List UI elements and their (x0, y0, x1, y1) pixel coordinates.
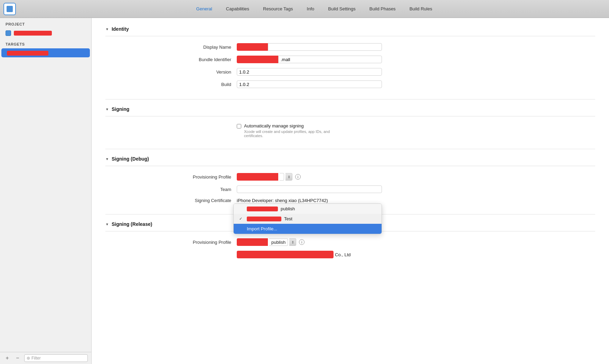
signing-cert-debug-row: Signing Certificate iPhone Developer: sh… (105, 198, 595, 203)
publish-redacted (247, 207, 278, 211)
test-redacted (247, 217, 281, 221)
team-debug-label: Team (105, 187, 237, 192)
auto-sign-label: Automatically manage signing (244, 123, 330, 128)
prov-release-field: publish ⇕ i (237, 238, 304, 246)
prov-debug-redacted (237, 173, 278, 181)
signing-section-header: ▼ Signing (105, 106, 595, 116)
bundle-id-redacted (237, 56, 278, 63)
import-label: Import Profile... (247, 226, 277, 231)
provisioning-profile-debug-label: Provisioning Profile (105, 174, 237, 180)
tab-build-settings[interactable]: Build Settings (321, 4, 363, 13)
provisioning-profile-release-label: Provisioning Profile (105, 240, 237, 245)
build-input[interactable]: 1.0.2 (237, 80, 382, 88)
targets-section-header: TARGETS (0, 38, 91, 48)
tabs: General Capabilities Resource Tags Info … (23, 4, 606, 13)
display-name-input[interactable] (268, 43, 382, 51)
team-release-row: Co., Ltd (105, 251, 595, 258)
team-debug-input[interactable] (237, 185, 382, 193)
auto-sign-sub: Xcode will create and update profiles, a… (244, 130, 330, 138)
content-area: ▼ Identity Display Name Bundle Identifie… (92, 18, 609, 364)
auto-sign-checkbox[interactable] (237, 124, 241, 128)
project-name-redacted (14, 31, 52, 36)
signing-release-section-title: Signing (Release) (112, 221, 152, 227)
prov-release-text[interactable]: publish (269, 238, 288, 246)
prov-debug-text[interactable] (280, 173, 284, 181)
filter-icon: ⊛ (27, 356, 30, 361)
test-check: ✓ (239, 217, 244, 221)
tab-capabilities[interactable]: Capabilities (219, 4, 256, 13)
target-item[interactable] (1, 48, 90, 57)
signing-section: ▼ Signing Automatically manage signing X… (105, 106, 595, 138)
identity-section-header: ▼ Identity (105, 26, 595, 36)
sidebar-bottom: + − ⊛ Filter (0, 352, 91, 364)
signing-cert-debug-label: Signing Certificate (105, 198, 237, 203)
test-label: Test (284, 216, 292, 221)
main-layout: PROJECT TARGETS + − ⊛ Filter ▼ Identity (0, 18, 609, 364)
sidebar: PROJECT TARGETS + − ⊛ Filter (0, 18, 92, 364)
version-input[interactable]: 1.0.2 (237, 68, 382, 76)
tab-build-phases[interactable]: Build Phases (363, 4, 403, 13)
co-ltd-label: Co., Ltd (335, 252, 351, 257)
tab-resource-tags[interactable]: Resource Tags (256, 4, 300, 13)
provisioning-field: ⇕ i (237, 173, 301, 181)
auto-sign-row: Automatically manage signing Xcode will … (237, 123, 595, 138)
prov-debug-info-icon[interactable]: i (295, 174, 301, 180)
version-row: Version 1.0.2 (105, 68, 595, 76)
info-char: i (298, 175, 298, 179)
dropdown-item-publish[interactable]: publish (234, 204, 382, 214)
build-row: Build 1.0.2 (105, 80, 595, 88)
prov-release-dropdown-btn[interactable]: ⇕ (289, 238, 296, 246)
bundle-identifier-input[interactable] (278, 56, 382, 63)
project-icon (6, 30, 11, 36)
info-char-2: i (301, 240, 302, 244)
tab-build-rules[interactable]: Build Rules (403, 4, 439, 13)
team-debug-row: Team (105, 185, 595, 193)
provisioning-profile-release-row: Provisioning Profile publish ⇕ i (105, 238, 595, 246)
dropdown-item-import[interactable]: Import Profile... (234, 224, 382, 234)
signing-debug-section-header: ▼ Signing (Debug) (105, 156, 595, 166)
display-name-row: Display Name (105, 43, 595, 51)
identity-section-title: Identity (112, 26, 129, 32)
signing-cert-debug-value: iPhone Developer: sheng xiao (L34HPC7742… (237, 198, 328, 203)
prov-release-redacted (237, 238, 268, 246)
target-name-redacted (7, 51, 48, 56)
filter-placeholder: Filter (31, 356, 41, 361)
bundle-identifier-row: Bundle Identifier (105, 56, 595, 63)
dropdown-item-test[interactable]: ✓ Test (234, 214, 382, 224)
signing-section-title: Signing (112, 106, 129, 112)
identity-collapse-icon[interactable]: ▼ (105, 27, 109, 31)
divider-2 (105, 149, 595, 149)
prov-release-info-icon[interactable]: i (299, 239, 304, 245)
project-item[interactable] (0, 28, 91, 38)
remove-button[interactable]: − (14, 354, 21, 362)
team-release-redacted (237, 251, 334, 258)
publish-label: publish (281, 206, 295, 211)
build-label: Build (105, 82, 237, 87)
signing-collapse-icon[interactable]: ▼ (105, 107, 109, 111)
prov-debug-dropdown-btn[interactable]: ⇕ (285, 173, 292, 181)
filter-box[interactable]: ⊛ Filter (24, 354, 88, 362)
divider-1 (105, 99, 595, 99)
xcode-icon (3, 3, 16, 15)
display-name-label: Display Name (105, 45, 237, 50)
display-name-redacted (237, 43, 268, 51)
tab-info[interactable]: Info (300, 4, 321, 13)
signing-debug-collapse-icon[interactable]: ▼ (105, 157, 109, 161)
project-section-header: PROJECT (0, 18, 91, 28)
identity-section: ▼ Identity Display Name Bundle Identifie… (105, 26, 595, 88)
add-button[interactable]: + (3, 354, 11, 362)
bundle-identifier-label: Bundle Identifier (105, 57, 237, 62)
tab-general[interactable]: General (189, 4, 219, 13)
tab-bar: General Capabilities Resource Tags Info … (0, 0, 609, 18)
provisioning-profile-debug-row: Provisioning Profile ⇕ i (105, 173, 595, 181)
signing-debug-section-title: Signing (Debug) (112, 156, 149, 162)
xcode-icon-inner (7, 6, 13, 12)
signing-release-collapse-icon[interactable]: ▼ (105, 222, 109, 226)
provisioning-dropdown-popup: publish ✓ Test Import Profile... (233, 203, 382, 234)
signing-debug-section: ▼ Signing (Debug) Provisioning Profile ⇕… (105, 156, 595, 203)
version-label: Version (105, 69, 237, 75)
